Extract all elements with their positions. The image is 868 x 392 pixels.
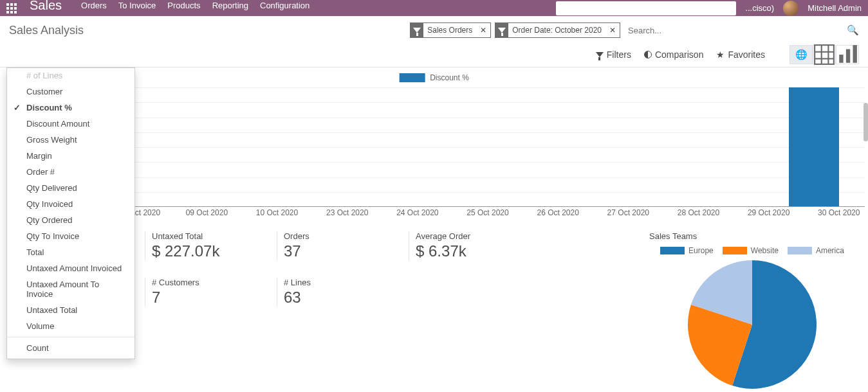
legend-swatch [399, 73, 425, 82]
search-icon[interactable]: 🔍 [847, 24, 859, 36]
company-hint: ...cisco) [745, 3, 774, 13]
favorites-button[interactable]: ★ Favorites [716, 49, 765, 60]
x-tick: 29 Oct 2020 [748, 208, 790, 217]
facet-label: Order Date: October 2020 [508, 26, 605, 35]
legend-item-website[interactable]: Website [723, 246, 779, 255]
systray-box[interactable] [556, 1, 736, 15]
x-tick: 30 Oct 2020 [818, 208, 860, 217]
menu-to-invoice[interactable]: To Invoice [118, 1, 156, 10]
chart-bar-30-oct[interactable] [789, 87, 839, 207]
main-menu: Orders To Invoice Products Reporting Con… [81, 3, 309, 13]
dashboard-icon: 🌐 [795, 49, 808, 60]
comparison-button[interactable]: Comparison [644, 49, 703, 60]
kpi-label: # Customers [152, 278, 264, 287]
svg-rect-6 [846, 49, 850, 62]
brand-title[interactable]: Sales [30, 0, 62, 13]
measure-item[interactable]: Gross Weight [7, 132, 134, 148]
search-input[interactable] [624, 22, 843, 38]
x-tick: 24 Oct 2020 [396, 208, 438, 217]
legend-label: America [816, 246, 844, 255]
facet-order-date[interactable]: Order Date: October 2020 ✕ [495, 22, 620, 38]
kpi-value: 63 [284, 289, 396, 307]
user-name[interactable]: Mitchell Admin [808, 3, 862, 13]
filter-icon [495, 23, 508, 37]
legend-item-america[interactable]: America [788, 246, 844, 255]
view-graph-button[interactable] [836, 45, 859, 64]
scrollbar[interactable] [863, 103, 868, 141]
kpi-label: # Lines [284, 278, 396, 287]
measure-item[interactable]: Qty Delivered [7, 180, 134, 196]
measure-item[interactable]: Untaxed Amount To Invoice [7, 276, 134, 302]
menu-reporting[interactable]: Reporting [212, 1, 248, 10]
measure-item[interactable]: Qty Ordered [7, 212, 134, 228]
facet-remove-icon[interactable]: ✕ [605, 26, 620, 35]
facet-remove-icon[interactable]: ✕ [476, 26, 490, 35]
kpi-value: $ 6.37k [416, 242, 528, 260]
measure-item[interactable]: Order # [7, 164, 134, 180]
x-tick: 10 Oct 2020 [256, 208, 298, 217]
x-tick: 28 Oct 2020 [678, 208, 719, 217]
chart-grid [135, 87, 865, 207]
view-dashboard-button[interactable]: 🌐 [790, 45, 813, 64]
toolbar: Filters Comparison ★ Favorites 🌐 [0, 42, 868, 67]
pivot-icon [813, 44, 835, 66]
x-axis [135, 206, 865, 207]
x-tick: 25 Oct 2020 [466, 208, 508, 217]
menu-products[interactable]: Products [167, 1, 200, 10]
measure-item[interactable]: Qty To Invoice [7, 228, 134, 244]
sales-teams-widget: Sales Teams Europe Website America [649, 231, 855, 389]
legend-label: Discount % [430, 73, 469, 82]
measure-item[interactable]: Customer [7, 84, 134, 100]
measure-item[interactable]: Total [7, 244, 134, 260]
svg-rect-5 [839, 55, 843, 63]
avatar[interactable] [783, 1, 799, 16]
legend-swatch [660, 247, 685, 254]
x-tick: ct 2020 [135, 208, 160, 217]
chart-legend: Discount % [399, 73, 469, 82]
page-title: Sales Analysis [9, 24, 84, 37]
view-pivot-button[interactable] [813, 45, 836, 64]
kpi-customers[interactable]: # Customers 7 [145, 278, 264, 307]
measure-item[interactable]: Margin [7, 148, 134, 164]
kpi-lines[interactable]: # Lines 63 [277, 278, 396, 307]
filters-label: Filters [607, 49, 631, 60]
facet-sales-orders[interactable]: Sales Orders ✕ [410, 22, 491, 38]
measures-dropdown[interactable]: # of Lines Customer Discount % Discount … [6, 67, 135, 359]
svg-rect-7 [853, 45, 857, 63]
title-bar: Sales Analysis Sales Orders ✕ Order Date… [0, 16, 868, 42]
comparison-icon [644, 51, 652, 58]
kpi-value: 7 [152, 289, 264, 307]
measure-item[interactable]: Untaxed Total [7, 302, 134, 318]
funnel-icon [596, 52, 604, 57]
favorites-label: Favorites [728, 49, 765, 60]
filters-button[interactable]: Filters [596, 49, 631, 60]
measure-item[interactable]: Discount Amount [7, 116, 134, 132]
legend-item-europe[interactable]: Europe [660, 246, 714, 255]
menu-configuration[interactable]: Configuration [260, 1, 309, 10]
kpi-value: 37 [284, 242, 396, 260]
measure-item-selected[interactable]: Discount % [7, 100, 134, 116]
measure-item[interactable]: # of Lines [7, 71, 134, 84]
sales-teams-title: Sales Teams [649, 231, 855, 241]
apps-icon[interactable] [6, 3, 17, 13]
measure-item[interactable]: Untaxed Amount Invoiced [7, 260, 134, 276]
kpi-label: Orders [284, 231, 396, 241]
legend-swatch [788, 247, 812, 254]
kpi-label: Untaxed Total [152, 231, 264, 241]
pie-legend: Europe Website America [649, 246, 855, 255]
svg-rect-0 [815, 45, 834, 64]
x-tick: 26 Oct 2020 [537, 208, 578, 217]
kpi-orders[interactable]: Orders 37 [277, 231, 396, 260]
filter-icon [411, 23, 423, 37]
bar-chart-icon [836, 44, 858, 66]
pie-chart[interactable] [688, 260, 817, 389]
menu-orders[interactable]: Orders [81, 1, 107, 10]
measure-item[interactable]: Volume [7, 318, 134, 334]
facet-label: Sales Orders [423, 26, 476, 35]
measure-item[interactable]: Qty Invoiced [7, 196, 134, 212]
legend-swatch [723, 247, 747, 254]
kpi-untaxed-total[interactable]: Untaxed Total $ 227.07k [145, 231, 264, 260]
kpi-average-order[interactable]: Average Order $ 6.37k [409, 231, 528, 260]
measure-count[interactable]: Count [7, 340, 134, 356]
x-tick: 09 Oct 2020 [186, 208, 228, 217]
